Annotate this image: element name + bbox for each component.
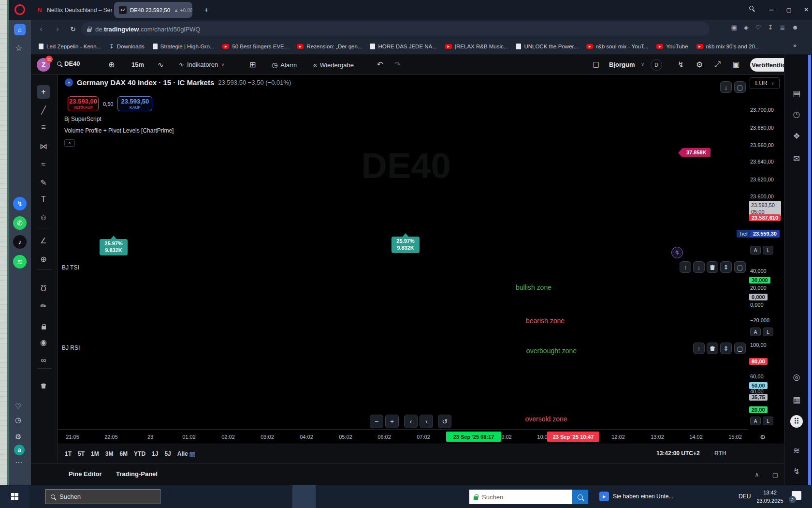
amazon-icon[interactable]: a — [14, 445, 25, 455]
forecast[interactable]: ≈ — [37, 158, 50, 171]
favorite-icon[interactable]: ♡ — [755, 24, 761, 31]
scroll-left-button[interactable]: ‹ — [404, 415, 418, 428]
scale-button-L[interactable]: L — [763, 328, 773, 336]
bookmark-item[interactable]: Strategie | High-Gro... — [153, 44, 215, 49]
undo-button[interactable]: ↶ — [377, 60, 383, 69]
indicators-collapse-button[interactable]: ∧ — [64, 139, 75, 147]
home-button[interactable]: ⌂ — [14, 24, 26, 35]
interval-button[interactable]: 15m — [131, 61, 144, 68]
history-clock-icon[interactable]: ◷ — [15, 416, 21, 424]
bookmark-item[interactable]: UNLOCK the Power... — [516, 44, 578, 49]
quick-add-button[interactable]: ⊕ — [108, 60, 115, 69]
more-dots-icon[interactable]: ⋯ — [15, 458, 22, 467]
settings-gear-icon[interactable]: ⚙ — [15, 433, 21, 441]
brush[interactable]: ✎ — [37, 176, 50, 189]
bookmark-item[interactable]: ▶r&b soul mix - YouT... — [586, 44, 648, 49]
pane-up-button[interactable]: ↑ — [680, 261, 691, 273]
layout-badge[interactable]: D — [651, 59, 662, 71]
ruler[interactable]: ∠ — [37, 234, 50, 247]
fib-retracement[interactable]: ≡ — [37, 120, 50, 134]
time-axis-gear-icon[interactable]: ⚙ — [758, 432, 768, 442]
spotify-icon[interactable]: ≋ — [13, 255, 27, 269]
bookmarks-star-icon[interactable]: ☆ — [15, 43, 22, 53]
lock-all[interactable] — [37, 320, 50, 333]
start-button[interactable] — [0, 485, 29, 508]
lightning-icon[interactable]: ↯ — [790, 465, 803, 478]
remove-drawings-trash[interactable] — [37, 379, 50, 392]
tab-tradingview[interactable]: 17 DE40 23.592,50 ▲ +0.08% — [114, 2, 192, 18]
minimize-button[interactable]: – — [767, 4, 776, 15]
bookmark-item[interactable]: ▶YouTube — [656, 44, 688, 49]
favorites-heart-icon[interactable]: ♡ — [15, 402, 21, 411]
xabcd-pattern[interactable]: ⋈ — [37, 139, 50, 153]
gear-icon[interactable]: ⚙ — [696, 60, 703, 69]
profile-icon[interactable]: ☻ — [792, 24, 798, 31]
snapshot-icon[interactable]: ▣ — [731, 24, 737, 31]
range-3M[interactable]: 3M — [105, 450, 114, 457]
scroll-right-button[interactable]: › — [420, 415, 433, 428]
data-feed-icon[interactable]: ≋ — [790, 444, 803, 457]
chart-title[interactable]: Germany DAX 40 Index · 15 · IC Markets — [77, 78, 214, 87]
hide-drawings-eye[interactable]: ◉ — [37, 335, 50, 349]
pane-label-tsi[interactable]: BJ TSI — [62, 264, 79, 271]
layout-grid-icon[interactable]: ⊞ — [249, 60, 256, 69]
reload-icon[interactable]: ↻ — [68, 24, 78, 34]
bookmark-item[interactable]: ▶50 Best Singers EVE... — [222, 44, 289, 49]
emoji-tool[interactable]: ☺ — [37, 211, 50, 224]
bookmark-item[interactable]: Led Zeppelin - Kenn... — [39, 44, 101, 49]
url-field[interactable]: de.tradingview.com/chart/d50glPWQ — [81, 22, 710, 36]
symbol-search[interactable]: DE40 — [57, 60, 80, 67]
pane-delete-button[interactable] — [707, 261, 718, 273]
forward-icon[interactable]: › — [52, 24, 63, 34]
pane-collapse-button[interactable]: ⇕ — [720, 343, 732, 354]
apps-grid-icon[interactable]: ⠿ — [790, 415, 803, 428]
pane-label-rsi[interactable]: BJ RSI — [62, 344, 80, 351]
camera-icon[interactable]: ▣ — [733, 60, 740, 69]
scale-button-A[interactable]: A — [750, 328, 761, 336]
tiktok-icon[interactable]: ♪ — [13, 235, 27, 249]
range-5J[interactable]: 5J — [164, 450, 171, 457]
lightning-marker[interactable]: ↯ — [671, 247, 683, 258]
tab-netflix[interactable]: N Netflix Deutschland – Seri — [31, 2, 112, 18]
watchlist-icon[interactable]: ▤ — [790, 87, 803, 100]
scale-button-A[interactable]: A — [750, 417, 761, 425]
session-label[interactable]: RTH — [714, 450, 726, 457]
draw-lock[interactable]: ✏ — [37, 299, 50, 313]
alerts-clock-icon[interactable]: ◷ — [790, 108, 803, 120]
clock-widget[interactable]: 13:4223.09.2025 — [753, 489, 787, 505]
close-button[interactable]: ✕ — [801, 4, 811, 15]
bookmark-item[interactable]: ▶[RELAX R&B Music... — [445, 44, 508, 49]
scale-button-L[interactable]: L — [763, 246, 773, 254]
range-1J[interactable]: 1J — [152, 450, 158, 457]
fullscreen-icon[interactable]: ⤢ — [714, 60, 721, 69]
reset-chart-button[interactable]: ↺ — [438, 415, 451, 428]
notification-play-icon[interactable]: ▶ — [599, 492, 609, 501]
layout-name[interactable]: Bjorgum — [609, 61, 635, 68]
buy-button[interactable]: 23.593,50 KAUF — [117, 96, 152, 111]
extension-icon[interactable]: ◈ — [744, 24, 749, 31]
axis-clock[interactable]: 13:42:00 UTC+2 — [656, 450, 700, 457]
bookmark-item[interactable]: ↧Downloads — [109, 43, 145, 50]
sell-button[interactable]: 23.593,00 VERKAUF — [68, 96, 99, 111]
download-icon[interactable]: ↧ — [768, 24, 773, 31]
bookmark-item[interactable]: ▶Rezension: „Der gen... — [297, 44, 362, 49]
keyboard-language[interactable]: DEU — [739, 493, 751, 500]
chart-plot-background[interactable] — [58, 75, 808, 485]
new-tab-button[interactable]: + — [201, 5, 212, 15]
layout-select-icon[interactable]: ▢ — [593, 60, 599, 69]
chart-type-icon[interactable]: ∿ — [158, 60, 164, 69]
opera-logo-icon[interactable] — [14, 4, 25, 15]
maximize-button[interactable]: ▢ — [784, 4, 794, 15]
panel-layout-button[interactable]: ▢ — [768, 468, 782, 481]
magnet[interactable]: Ω — [37, 281, 50, 295]
range-6M[interactable]: 6M — [119, 450, 128, 457]
pane-maximize-button[interactable]: ▢ — [734, 343, 746, 354]
taskbar-search[interactable]: Suchen — [45, 489, 160, 504]
go-to-date-icon[interactable]: ▦ — [188, 449, 197, 459]
zoom-in[interactable]: ⊕ — [37, 252, 50, 266]
scale-button-A[interactable]: A — [750, 246, 761, 254]
trading-panel-tab[interactable]: Trading-Panel — [116, 470, 158, 478]
trend-line[interactable]: ╱ — [37, 103, 50, 117]
object-tree-icon[interactable]: ❖ — [790, 130, 803, 142]
scale-button-L[interactable]: L — [763, 417, 773, 425]
